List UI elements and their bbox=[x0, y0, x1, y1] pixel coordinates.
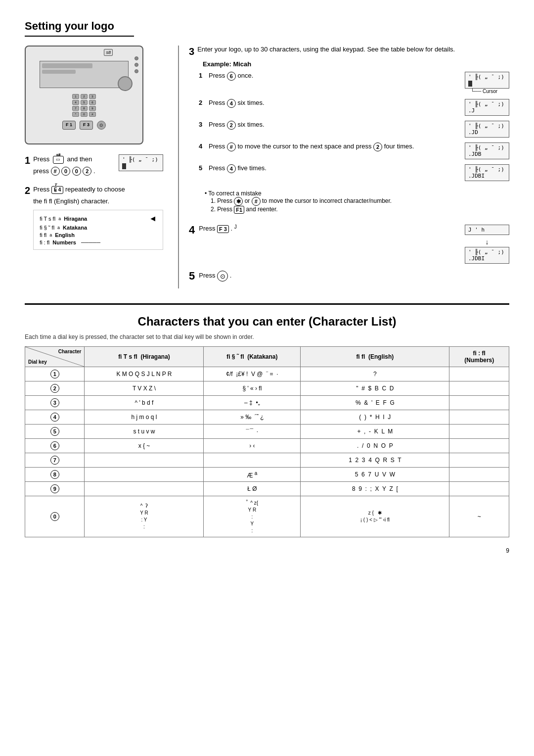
section-character-list: Characters that you can enter (Character… bbox=[25, 315, 509, 537]
numbers-bold: Numbers bbox=[52, 239, 76, 245]
step5-content: Press ⊙ . bbox=[199, 271, 231, 282]
english-cell-8: 5 6 7 U V W bbox=[301, 468, 449, 482]
english-label: fi fl bbox=[40, 232, 46, 238]
katakana-cell-5: ¨˙¯ · bbox=[204, 425, 301, 439]
table-row: 4 h j m o q l » ‰ ´˜ ¿ ( ) * H I J bbox=[25, 410, 509, 425]
rstep3-num: 3 bbox=[199, 121, 205, 128]
step1-press2-text: press # 0 0 2 . bbox=[33, 166, 116, 176]
step1-0-key1: 0 bbox=[61, 167, 70, 176]
section1-title: Setting your logo bbox=[25, 20, 134, 37]
char-set-hiragana: fi T s fl a Hiragana ◄ bbox=[40, 214, 157, 223]
numbers-cell-5 bbox=[449, 425, 509, 439]
english-cell-7: 1 2 3 4 Q R S T bbox=[301, 453, 449, 468]
section2-title: Characters that you can enter (Character… bbox=[25, 315, 509, 329]
correction-title: • To correct a mistake bbox=[205, 190, 503, 197]
step1-content: Press s8 ▭ and then press # 0 0 bbox=[33, 154, 116, 178]
rstep4-num: 4 bbox=[199, 142, 205, 150]
rstep5: 5 Press 4 five times. ' ╟( „ ¯ ;) .JDBI bbox=[199, 164, 509, 181]
key-cell-1: 1 bbox=[25, 367, 85, 381]
key-2b: 2 bbox=[373, 142, 382, 151]
step2-content: Press T s F 4 repeatedly to choose the f… bbox=[33, 185, 163, 250]
rstep2-num: 2 bbox=[199, 99, 205, 106]
header-hiragana: fi T s fl (Hiragana) bbox=[85, 347, 204, 367]
numbers-cell-7 bbox=[449, 453, 509, 468]
step1-display: ' ╟( „ ¯ ;) bbox=[119, 154, 163, 178]
table-row: 5 s t u v w ¨˙¯ · + , - K L M bbox=[25, 425, 509, 439]
step4-content: Press F 3 . J J ' h ↓ ' ╟( „ ¯ ;) bbox=[199, 225, 509, 264]
hiragana-cell-7 bbox=[85, 453, 204, 468]
table-row: 7 1 2 3 4 Q R S T bbox=[25, 453, 509, 468]
character-table: Character Dial key fi T s fl (Hiragana) … bbox=[25, 346, 509, 537]
step1-0-key2: 0 bbox=[72, 167, 81, 176]
rstep2: 2 Press 4 six times. ' ╟( „ ¯ ;) .J bbox=[199, 99, 509, 116]
katakana-cell-1: ¢/f ¡£¥ ! V @ ¨ = · bbox=[204, 367, 301, 381]
step4-lcd2: ' ╟( „ ¯ ;) .JDBI bbox=[465, 247, 509, 264]
katakana-cell-3: – ‡ •„ bbox=[204, 396, 301, 410]
key-circle-icon: ⊙ bbox=[217, 271, 228, 282]
numbers-cell-3 bbox=[449, 396, 509, 410]
step4-number: 4 bbox=[189, 225, 195, 236]
key-cell-8: 8 bbox=[25, 468, 85, 482]
katakana-label: fi § ˜ fl bbox=[40, 225, 54, 231]
rstep5-num: 5 bbox=[199, 164, 205, 172]
katakana-cell-4: » ‰ ´˜ ¿ bbox=[204, 410, 301, 425]
rstep5-body: Press 4 five times. ' ╟( „ ¯ ;) .JDBI bbox=[209, 164, 509, 181]
hiragana-cell-8 bbox=[85, 468, 204, 482]
step4-displays: J ' h ↓ ' ╟( „ ¯ ;) .JDBI bbox=[465, 225, 509, 264]
katakana-cell-7 bbox=[204, 453, 301, 468]
rstep3: 3 Press 2 six times. ' ╟( „ ¯ ;) .JD bbox=[199, 121, 509, 138]
english-cell-1: ? bbox=[301, 367, 449, 381]
header-english: fi fl (English) bbox=[301, 347, 449, 367]
rstep2-text: Press 4 six times. bbox=[209, 99, 265, 108]
page-container: Setting your logo bbox=[25, 20, 509, 554]
step3-block: 3 Enter your logo, up to 30 characters, … bbox=[189, 46, 509, 218]
rstep4-text: Press # to move the cursor to the next s… bbox=[209, 142, 414, 151]
key-star: ✱ bbox=[234, 197, 243, 206]
numbers-cell-8 bbox=[449, 468, 509, 482]
table-row: 6 x { ~ › ‹ . / 0 N O P bbox=[25, 439, 509, 453]
key-cell-9: 9 bbox=[25, 482, 85, 496]
char-set-list: fi T s fl a Hiragana ◄ fi § ˜ fl a Katak… bbox=[33, 210, 163, 250]
hiragana-cell-4: h j m o q l bbox=[85, 410, 204, 425]
rstep1-body: Press 6 once. ' ╟( „ ¯ ;) └── Cursor bbox=[209, 72, 509, 94]
rstep1: 1 Press 6 once. ' ╟( „ ¯ ;) └── Cursor bbox=[199, 72, 509, 94]
key-cell-0: 0 bbox=[25, 496, 85, 537]
english-cell-5: + , - K L M bbox=[301, 425, 449, 439]
rstep3-display: ' ╟( „ ¯ ;) .JD bbox=[465, 121, 509, 138]
step2-number: 2 bbox=[25, 185, 30, 250]
table-row: 1 K M O Q S J L N P R ¢/f ¡£¥ ! V @ ¨ = … bbox=[25, 367, 509, 381]
step4: 4 Press F 3 . J J ' h ↓ bbox=[189, 225, 509, 264]
step5-text: Press ⊙ . bbox=[199, 271, 231, 282]
key-cell-4: 4 bbox=[25, 410, 85, 425]
rstep1-text: Press 6 once. bbox=[209, 72, 253, 81]
step2-text2: the fi fl (English) character. bbox=[33, 196, 163, 206]
step4-j-label: J bbox=[234, 224, 237, 230]
rstep4-body: Press # to move the cursor to the next s… bbox=[209, 142, 509, 159]
table-row: 8 Æ a 5 6 7 U V W bbox=[25, 468, 509, 482]
english-cell-2: " # $ B C D bbox=[301, 381, 449, 396]
katakana-cell-0: º ^ z{Y R:Y: bbox=[204, 496, 301, 537]
section-separator bbox=[25, 303, 509, 305]
rstep3-body: Press 2 six times. ' ╟( „ ¯ ;) .JD bbox=[209, 121, 509, 138]
numbers-cell-9 bbox=[449, 482, 509, 496]
corner-char-label: Character bbox=[28, 349, 81, 354]
table-corner-header: Character Dial key bbox=[25, 347, 85, 367]
step4-arrow: ↓ bbox=[465, 238, 509, 246]
rstep4-display: ' ╟( „ ¯ ;) .JDB bbox=[465, 142, 509, 159]
table-row: 2 T V X Z \ § ' « › fl " # $ B C D bbox=[25, 381, 509, 396]
step1-and-then: and then bbox=[67, 155, 92, 163]
step2: 2 Press T s F 4 repeatedly to choose the… bbox=[25, 185, 163, 250]
rstep4: 4 Press # to move the cursor to the next… bbox=[199, 142, 509, 159]
char-set-numbers: fi : fl Numbers ───── bbox=[40, 239, 157, 245]
key-f3: F 3 bbox=[217, 225, 229, 233]
page-number-value: 9 bbox=[506, 547, 509, 554]
phone-device-illustration: 1 2 3 4 5 6 7 8 9 bbox=[25, 46, 143, 144]
correction-item2: 2. Press F1 and reenter. bbox=[205, 206, 503, 214]
key-4b: 4 bbox=[227, 164, 236, 173]
key-f1: F1 bbox=[234, 206, 244, 214]
key-cell-5: 5 bbox=[25, 425, 85, 439]
numbers-cell-0: ~ bbox=[449, 496, 509, 537]
numbers-line: ───── bbox=[81, 239, 100, 245]
rstep2-display: ' ╟( „ ¯ ;) .J bbox=[465, 99, 509, 116]
section-setting-logo: Setting your logo bbox=[25, 20, 509, 288]
